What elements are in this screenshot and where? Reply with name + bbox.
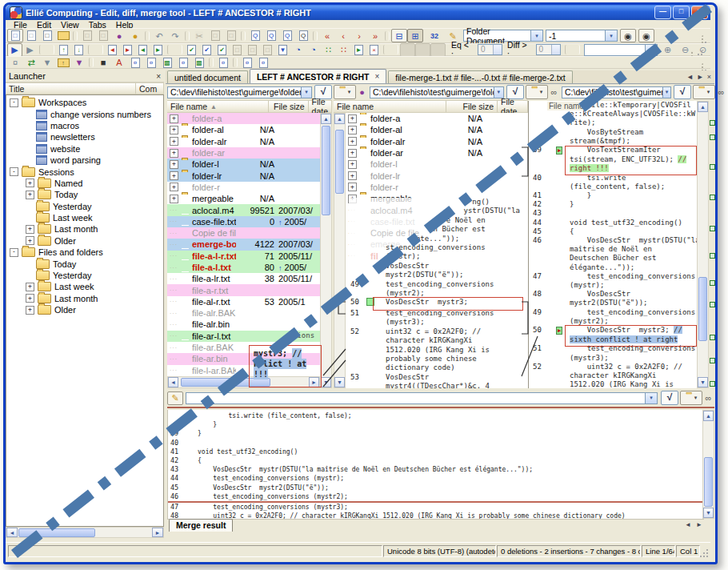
change-marker[interactable]: [710, 134, 715, 140]
file-row[interactable]: + folder-al N/A: [167, 124, 320, 135]
cut-button[interactable]: ✂: [191, 29, 207, 42]
column-file-size[interactable]: File size: [446, 100, 498, 113]
launcher-hscrollbar[interactable]: ◄ ►: [6, 527, 164, 538]
tab-untitled-document[interactable]: untitled document: [167, 70, 248, 83]
column-file-date[interactable]: File date: [498, 100, 528, 113]
tab-list-close-icon[interactable]: ×: [707, 73, 711, 81]
compare-folders-button[interactable]: ✔: [199, 43, 214, 57]
merge-to-right-button[interactable]: ►: [150, 43, 166, 57]
collapse-all-button[interactable]: ↓: [71, 43, 86, 57]
tab-close-icon[interactable]: ×: [375, 72, 380, 81]
separator[interactable]: [89, 58, 94, 67]
middle-path-combo[interactable]: C:\dev\filehisto\test\guimerge\folder-me…: [370, 86, 504, 98]
launcher-tree-item[interactable]: macros: [6, 120, 163, 131]
change-marker[interactable]: [710, 164, 715, 170]
view-source-button[interactable]: ■: [95, 56, 111, 70]
launcher-tree-item[interactable]: + Older: [6, 235, 163, 247]
save-merge-button[interactable]: ▼: [275, 43, 290, 57]
change-marker[interactable]: [710, 335, 715, 340]
merge-to-left-button[interactable]: ◄: [135, 43, 150, 57]
chevron-down-icon[interactable]: ▾: [301, 87, 311, 98]
layout-columns-button[interactable]: ⊞: [407, 29, 423, 42]
filter-date-button[interactable]: ◔: [290, 43, 306, 57]
compare-option2-button[interactable]: □: [245, 43, 260, 57]
left-browse-button[interactable]: ▾: [334, 85, 356, 99]
launcher-tree-item[interactable]: - Sessions: [6, 166, 163, 177]
left-path-combo[interactable]: C:\dev\filehisto\test\guimerge\folder-me…: [167, 86, 312, 98]
export-report-button[interactable]: ►: [351, 43, 366, 57]
right-pane-vscrollbar[interactable]: ▲ ▼: [697, 101, 709, 388]
resize-grip[interactable]: [698, 549, 708, 559]
scroll-up-icon[interactable]: ▲: [321, 114, 331, 124]
scroll-thumb[interactable]: [335, 130, 344, 194]
launcher-tree-item[interactable]: + Named: [6, 178, 163, 189]
scroll-down-icon[interactable]: ▼: [698, 377, 708, 387]
maximize-button[interactable]: □: [673, 6, 690, 19]
launcher-tree-item[interactable]: + Last month: [6, 223, 163, 235]
file-row[interactable]: ··· Copie de file-a-l-r.bin: [167, 227, 320, 239]
column-file-date[interactable]: File date: [309, 100, 332, 113]
scroll-up-icon[interactable]: ▲: [703, 411, 714, 421]
find-in-files-button[interactable]: Q: [295, 29, 311, 42]
folder-compare-settings-button[interactable]: ¤: [175, 56, 191, 70]
refresh-compare-button[interactable]: □: [260, 43, 275, 57]
separator[interactable]: [39, 45, 54, 54]
separator[interactable]: [233, 58, 238, 67]
file-row[interactable]: + folder-alr N/A: [346, 136, 528, 147]
file-row[interactable]: + folder-l: [346, 159, 528, 170]
launcher-tree-item[interactable]: + Today: [6, 189, 163, 200]
launcher-tree-item[interactable]: - Files and folders: [6, 247, 163, 258]
launcher-tree-item[interactable]: Yesterday: [6, 270, 163, 281]
filter-button[interactable]: ▼: [39, 56, 55, 70]
file-row[interactable]: + folder-al N/A: [346, 124, 528, 135]
minimize-button[interactable]: —: [654, 6, 671, 19]
new-session-button[interactable]: □: [7, 29, 23, 42]
file-row[interactable]: ··· file-al-r.txt 53 2005/1: [167, 296, 320, 307]
ancestor-code-pane[interactable]: ng() ystr(DSTU("la e Noël en n Bücher es…: [349, 198, 526, 388]
swap-files-button[interactable]: ∷: [336, 43, 351, 57]
launcher-tree-item[interactable]: Today: [6, 258, 163, 269]
text-merge-settings-button[interactable]: ¤: [143, 56, 159, 70]
file-row[interactable]: + mergeable N/A: [167, 193, 320, 204]
change-marker[interactable]: [710, 195, 715, 200]
file-row[interactable]: ··· file-alr.bin: [167, 319, 320, 330]
scroll-up-icon[interactable]: ▲: [334, 114, 345, 124]
merge-browse-button[interactable]: ▾: [680, 391, 702, 405]
merge-result-editor[interactable]: tsi.write (file_content, false); } 39 } …: [167, 410, 704, 520]
tab-scroll-right-icon[interactable]: ►: [696, 521, 702, 528]
file-row[interactable]: ··· case-file.txt 0 ↑ 2005/: [167, 216, 320, 227]
file-row[interactable]: + folder-a: [167, 113, 320, 124]
session-options-button[interactable]: ¤: [215, 56, 231, 70]
change-marker[interactable]: [710, 226, 715, 231]
file-row[interactable]: + folder-lr N/A: [167, 170, 320, 181]
merge-result-tab[interactable]: Merge result: [169, 519, 233, 532]
run-button[interactable]: ▶: [7, 43, 22, 57]
launcher-tree[interactable]: - Workspaces change versions numbers mac…: [6, 94, 164, 527]
file-row[interactable]: + folder-a N/A: [346, 113, 528, 124]
global-options-button[interactable]: ¤: [239, 56, 255, 70]
file-row[interactable]: ··· file-a-l-r.txt 71 2005/11/: [167, 251, 320, 262]
middle-list-vscrollbar[interactable]: ▲ ▼: [334, 113, 346, 388]
previous-difference-button[interactable]: ‹: [335, 29, 351, 42]
change-marker[interactable]: [710, 381, 715, 387]
right-path-apply-button[interactable]: √: [674, 85, 691, 99]
session-settings-button[interactable]: ¤: [7, 56, 23, 70]
tab-scroll-left-icon[interactable]: ◄: [685, 521, 691, 528]
scroll-down-icon[interactable]: ▼: [334, 377, 345, 387]
swap-panes-button[interactable]: ∷: [321, 43, 336, 57]
chevron-down-icon[interactable]: ▾: [662, 87, 670, 98]
right-browse-button[interactable]: ▾: [693, 85, 715, 99]
change-marker[interactable]: [710, 358, 715, 363]
zoom-in-button[interactable]: ⊕: [660, 43, 675, 57]
change-marker[interactable]: [710, 120, 715, 126]
separator[interactable]: [209, 58, 214, 67]
title-bar[interactable]: Ellié Computing - Edit, diff, merge tool…: [6, 5, 710, 20]
file-row[interactable]: + folder-alr N/A: [167, 136, 320, 147]
file-row[interactable]: + folder-ar N/A: [346, 147, 528, 159]
change-marker[interactable]: [710, 280, 715, 286]
eq-threshold-input[interactable]: 0: [478, 44, 502, 55]
scroll-thumb[interactable]: [18, 528, 95, 537]
next-difference-button[interactable]: ›: [351, 29, 367, 42]
launcher-column-title[interactable]: Title: [6, 82, 136, 94]
filter-time-button[interactable]: ◔: [306, 43, 321, 57]
